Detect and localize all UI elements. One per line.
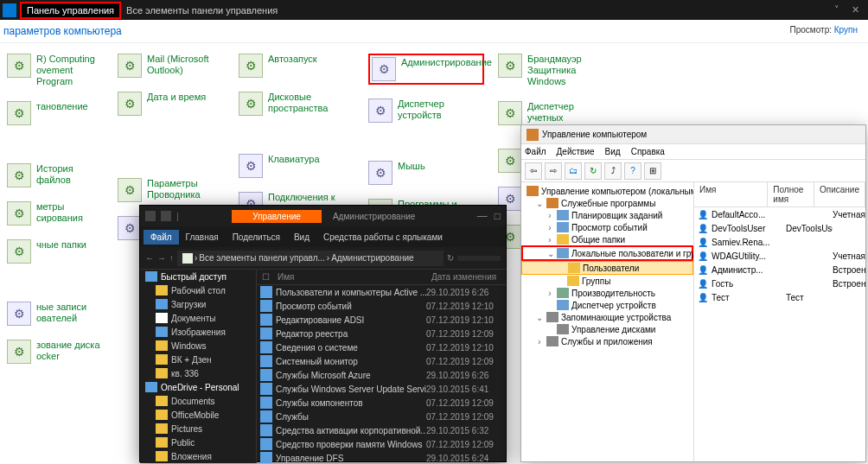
cp-item[interactable]: ⚙Mail (Microsoft Outlook) [118, 54, 225, 78]
max-icon[interactable]: □ [495, 210, 501, 222]
user-row[interactable]: 👤ГостьВстроенная уч [694, 276, 865, 290]
cp-item[interactable]: ⚙Клавиатура [239, 154, 354, 178]
file-row[interactable]: Системный монитор07.12.2019 12:09 [257, 354, 506, 368]
address-path[interactable]: ›Все элементы панели управл... ›Админист… [177, 251, 444, 266]
tree-item[interactable]: Windows [140, 339, 256, 353]
user-row[interactable]: 👤DevToolsUserDevToolsUser [694, 221, 865, 235]
mmc-tree-node[interactable]: ⌄Локальные пользователи и группы [521, 245, 693, 261]
mmc-tree-node[interactable]: ›Планировщик заданий [521, 209, 693, 221]
cp-item[interactable]: ⚙чные папки [7, 239, 104, 264]
tree-item[interactable]: Быстрый доступ [140, 270, 256, 283]
file-row[interactable]: Редактор реестра07.12.2019 12:09 [257, 327, 506, 340]
mmc-tree-node[interactable]: Группы [521, 275, 693, 287]
tree-item[interactable]: Documents [140, 394, 256, 408]
checkbox-header[interactable]: ☐ [257, 270, 272, 284]
user-row[interactable]: 👤ТестТест [694, 290, 865, 304]
tree-item[interactable]: Рабочий стол [140, 283, 256, 297]
min-icon[interactable]: — [477, 210, 488, 222]
mmc-tree-node[interactable]: ›Просмотр событий [521, 221, 693, 233]
file-row[interactable]: Просмотр событий07.12.2019 12:10 [257, 299, 506, 313]
ribbon-tab-active[interactable]: Управление [232, 210, 322, 223]
node-icon [557, 300, 569, 310]
tree-item[interactable]: ВК + Дзен [140, 353, 256, 366]
tree-item[interactable]: Загрузки [140, 297, 256, 311]
tree-item[interactable]: кв. 336 [140, 366, 256, 380]
tree-item[interactable]: OfficeMobile [140, 408, 256, 422]
fwd-icon[interactable]: ⇨ [545, 162, 562, 180]
mmc-toolbar: ⇦ ⇨ 🗂 ↻ ⤴ ? ⊞ [521, 160, 865, 182]
close-icon[interactable]: ✕ [852, 4, 859, 16]
props-icon[interactable]: ⊞ [644, 162, 661, 180]
refresh-icon[interactable]: ↻ [584, 162, 602, 180]
file-menu[interactable]: Файл [144, 230, 179, 245]
mmc-tree-node[interactable]: ⌄Запоминающие устройства [521, 311, 693, 323]
cp-item-icon: ⚙ [498, 54, 522, 78]
mmc-tree-node[interactable]: Диспетчер устройств [521, 299, 693, 311]
cp-item[interactable]: ⚙История файлов [7, 163, 104, 188]
tree-item[interactable]: Документы [140, 311, 256, 325]
file-row[interactable]: Пользователи и компьютеры Active ...29.1… [257, 285, 506, 299]
file-row[interactable]: Сведения о системе07.12.2019 12:10 [257, 340, 506, 354]
cp-item[interactable]: ⚙Параметры Проводника [118, 178, 225, 202]
cp-item[interactable]: ⚙Диспетчер устройств [368, 99, 484, 123]
cp-item[interactable]: ⚙тановление [7, 101, 104, 125]
user-icon: 👤 [697, 277, 709, 289]
nav-back-icon[interactable]: ← [145, 253, 154, 263]
shortcut-icon [260, 341, 272, 353]
nav-up-icon[interactable]: ↑ [169, 253, 174, 263]
file-row[interactable]: Службы07.12.2019 12:09 [257, 410, 506, 423]
cp-item[interactable]: ⚙R) Computing ovement Program [7, 54, 104, 87]
tree-item[interactable]: Public [140, 435, 256, 449]
up-icon[interactable]: 🗂 [565, 162, 582, 180]
file-row[interactable]: Управление DFS29.10.2015 6:24 [257, 451, 506, 463]
user-row[interactable]: 👤Администр...Встроенная уч [694, 263, 865, 276]
cp-item[interactable]: ⚙Автозапуск [239, 54, 354, 78]
help-icon[interactable]: ? [624, 162, 641, 180]
cp-item[interactable]: ⚙Брандмауэр Защитника Windows [498, 54, 601, 87]
cp-item[interactable]: ⚙метры сирования [7, 201, 104, 226]
shortcut-icon [260, 327, 272, 340]
file-row[interactable]: Редактирование ADSI07.12.2019 12:10 [257, 313, 506, 327]
cp-item-icon: ⚙ [7, 340, 31, 364]
file-row[interactable]: Службы компонентов07.12.2019 12:09 [257, 396, 506, 410]
nav-fwd-icon[interactable]: → [157, 253, 166, 263]
cp-item[interactable]: ⚙Дата и время [118, 92, 225, 116]
mmc-tree-node[interactable]: Пользователи [521, 261, 693, 275]
tree-item[interactable]: Pictures [140, 422, 256, 435]
search-input[interactable] [457, 256, 501, 261]
mmc-tree-node[interactable]: ›Общие папки [521, 233, 693, 245]
tree-item[interactable]: Изображения [140, 325, 256, 339]
refresh-icon[interactable]: ↻ [447, 253, 454, 263]
file-row[interactable]: Службы Windows Server Update Servi...29.… [257, 382, 506, 396]
user-row[interactable]: 👤Samiev.Rena... [694, 235, 865, 249]
cp-item-icon: ⚙ [372, 57, 396, 81]
shortcut-icon [260, 314, 272, 326]
mmc-tree-node[interactable]: ›Производительность [521, 287, 693, 299]
file-row[interactable]: Средство проверки памяти Windows07.12.20… [257, 437, 506, 451]
cp-item[interactable]: ⚙зование диска ocker [7, 340, 104, 364]
cp-item[interactable]: ⚙Дисковые пространства [239, 92, 354, 116]
dropdown-icon[interactable]: ˅ [834, 4, 839, 16]
export-icon[interactable]: ⤴ [604, 162, 622, 180]
tree-item[interactable]: OneDrive - Personal [140, 380, 256, 394]
cp-item-label: Автозапуск [268, 54, 317, 65]
cp-item[interactable]: ⚙ные записи ователей [7, 302, 104, 326]
cp-item[interactable]: ⚙Администрирование [368, 54, 484, 85]
user-row[interactable]: 👤WDAGUtility...Учетная запись [694, 249, 865, 263]
file-row[interactable]: Средства активации корпоративной...29.10… [257, 423, 506, 437]
mmc-tree-node[interactable]: ⌄Служебные программы [521, 197, 693, 209]
back-icon[interactable]: ⇦ [525, 162, 542, 180]
mmc-tree-node[interactable]: ›Службы и приложения [521, 335, 693, 347]
mmc-tree-node[interactable]: Управление компьютером (локальным) [521, 185, 693, 197]
control-panel-titlebar: Панель управления Все элементы панели уп… [0, 0, 868, 20]
node-icon [557, 222, 569, 232]
tree-item[interactable]: Вложения [140, 449, 256, 463]
node-icon [546, 312, 558, 322]
file-row[interactable]: Службы Microsoft Azure29.10.2019 6:26 [257, 368, 506, 382]
shortcut-icon [260, 300, 272, 312]
user-row[interactable]: 👤DefaultAcco...Учетная запись [694, 207, 865, 221]
ribbon-tab[interactable]: Администрирование [324, 210, 424, 223]
cp-item[interactable]: ⚙Мышь [368, 161, 484, 185]
node-icon [568, 263, 580, 273]
mmc-tree-node[interactable]: Управление дисками [521, 323, 693, 335]
